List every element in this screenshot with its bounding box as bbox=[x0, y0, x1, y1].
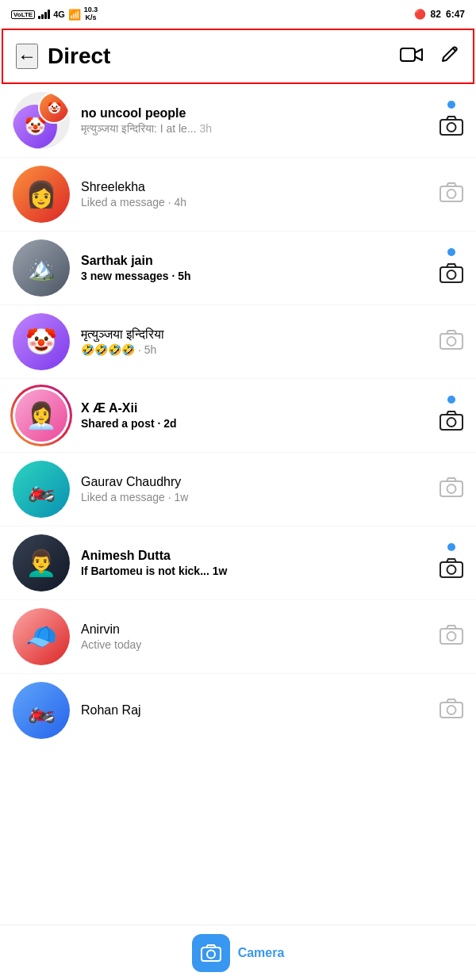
svg-point-8 bbox=[447, 337, 456, 346]
svg-rect-3 bbox=[440, 186, 463, 201]
svg-rect-9 bbox=[440, 415, 463, 430]
status-right: 🔴 82 6:47 bbox=[414, 9, 465, 20]
message-info: मृत्युञ्जया इन्दिरिया 🤣🤣🤣🤣 · 5h bbox=[81, 327, 432, 356]
svg-rect-13 bbox=[440, 562, 463, 577]
time: 6:47 bbox=[446, 9, 465, 20]
unread-indicator bbox=[447, 396, 455, 404]
list-item[interactable]: 👩 Shreelekha Liked a message · 4h bbox=[0, 158, 476, 232]
svg-point-16 bbox=[447, 632, 456, 641]
avatar: 🏍️ bbox=[13, 461, 70, 518]
svg-point-14 bbox=[447, 565, 456, 574]
avatar: 🤡 🤡 bbox=[13, 92, 70, 149]
message-preview: Liked a message · 1w bbox=[81, 491, 432, 503]
camera-icon[interactable] bbox=[440, 557, 463, 584]
list-item[interactable]: 🤡 🤡 no uncool people मृत्युञ्जया इन्दिरि… bbox=[0, 84, 476, 158]
list-item[interactable]: 👨‍🦱 Animesh Dutta If Bartomeu is not kic… bbox=[0, 526, 476, 600]
contact-name: Gaurav Chaudhry bbox=[81, 475, 432, 489]
network-type: 4G bbox=[53, 10, 65, 19]
avatar: 🏔️ bbox=[13, 239, 70, 297]
contact-name: Shreelekha bbox=[81, 180, 432, 194]
contact-name: Rohan Raj bbox=[81, 703, 432, 718]
svg-point-6 bbox=[447, 270, 456, 279]
camera-button[interactable] bbox=[192, 934, 230, 972]
camera-icon[interactable] bbox=[440, 262, 463, 289]
signal-bars bbox=[38, 10, 50, 19]
message-info: Animesh Dutta If Bartomeu is not kick...… bbox=[81, 549, 432, 577]
camera-icon[interactable] bbox=[440, 698, 463, 724]
svg-rect-1 bbox=[440, 120, 463, 135]
camera-icon[interactable] bbox=[440, 182, 463, 208]
list-item[interactable]: 🏔️ Sarthak jain 3 new messages · 5h bbox=[0, 232, 476, 305]
message-preview: 🤣🤣🤣🤣 · 5h bbox=[81, 343, 432, 356]
bottom-bar: Camera bbox=[0, 924, 476, 980]
svg-rect-0 bbox=[401, 48, 415, 61]
avatar: 🏍️ bbox=[13, 682, 70, 739]
header-icons bbox=[400, 44, 460, 70]
list-item[interactable]: 🏍️ Gaurav Chaudhry Liked a message · 1w bbox=[0, 453, 476, 526]
message-info: Rohan Raj bbox=[81, 703, 432, 718]
message-actions bbox=[440, 396, 463, 436]
contact-name: Animesh Dutta bbox=[81, 549, 432, 563]
message-preview: Active today bbox=[81, 638, 432, 651]
data-speed: 10.3K/s bbox=[84, 6, 98, 22]
avatar: 👩‍💼 bbox=[13, 387, 70, 444]
message-actions bbox=[440, 477, 463, 503]
message-actions bbox=[440, 698, 463, 724]
svg-rect-17 bbox=[440, 702, 463, 718]
header: ← Direct bbox=[2, 29, 474, 84]
message-actions bbox=[440, 543, 463, 584]
message-preview: If Bartomeu is not kick... 1w bbox=[81, 565, 432, 577]
message-preview: मृत्युञ्जया इन्दिरिया: I at le... 3h bbox=[81, 122, 432, 136]
contact-name: no uncool people bbox=[81, 106, 432, 121]
volte-badge: VoLTE bbox=[11, 10, 35, 19]
svg-rect-11 bbox=[440, 481, 463, 496]
status-bar: VoLTE 4G 📶 10.3K/s 🔴 82 6:47 bbox=[0, 0, 476, 29]
list-item[interactable]: 🏍️ Rohan Raj bbox=[0, 674, 476, 747]
camera-icon[interactable] bbox=[440, 477, 463, 503]
svg-rect-7 bbox=[440, 334, 463, 349]
message-actions bbox=[440, 248, 463, 289]
wifi-icon: 📶 bbox=[68, 9, 81, 21]
message-preview: Shared a post · 2d bbox=[81, 417, 432, 430]
page-title: Direct bbox=[48, 44, 400, 69]
video-call-button[interactable] bbox=[400, 44, 424, 69]
svg-point-10 bbox=[447, 418, 456, 427]
avatar: 🤡 bbox=[13, 313, 70, 370]
avatar: 👩 bbox=[13, 166, 70, 223]
list-item[interactable]: 🤡 मृत्युञ्जया इन्दिरिया 🤣🤣🤣🤣 · 5h bbox=[0, 305, 476, 379]
camera-icon[interactable] bbox=[440, 410, 463, 436]
svg-point-4 bbox=[447, 189, 456, 198]
message-info: Sarthak jain 3 new messages · 5h bbox=[81, 254, 432, 282]
bluetooth-icon: 🔴 bbox=[414, 9, 426, 20]
svg-rect-15 bbox=[440, 629, 463, 644]
contact-name: Anirvin bbox=[81, 622, 432, 637]
message-list: 🤡 🤡 no uncool people मृत्युञ्जया इन्दिरि… bbox=[0, 84, 476, 747]
message-info: Anirvin Active today bbox=[81, 622, 432, 651]
message-info: X Æ A-Xii Shared a post · 2d bbox=[81, 401, 432, 430]
camera-icon[interactable] bbox=[440, 624, 463, 650]
message-preview: 3 new messages · 5h bbox=[81, 270, 432, 282]
message-info: no uncool people मृत्युञ्जया इन्दिरिया: … bbox=[81, 106, 432, 136]
message-actions bbox=[440, 329, 463, 355]
svg-point-2 bbox=[447, 123, 456, 132]
camera-icon[interactable] bbox=[440, 115, 463, 141]
contact-name: Sarthak jain bbox=[81, 254, 432, 268]
message-actions bbox=[440, 182, 463, 208]
message-preview: Liked a message · 4h bbox=[81, 196, 432, 209]
list-item[interactable]: 👩‍💼 X Æ A-Xii Shared a post · 2d bbox=[0, 379, 476, 453]
unread-indicator bbox=[447, 101, 455, 109]
battery-level: 82 bbox=[431, 9, 441, 20]
unread-indicator bbox=[447, 248, 455, 256]
contact-name: X Æ A-Xii bbox=[81, 401, 432, 415]
avatar: 🧢 bbox=[13, 608, 70, 665]
message-actions bbox=[440, 624, 463, 650]
svg-point-12 bbox=[447, 484, 456, 493]
message-info: Shreelekha Liked a message · 4h bbox=[81, 180, 432, 209]
avatar: 👨‍🦱 bbox=[13, 534, 70, 591]
svg-rect-5 bbox=[440, 267, 463, 282]
camera-icon[interactable] bbox=[440, 329, 463, 355]
unread-indicator bbox=[447, 543, 455, 551]
compose-button[interactable] bbox=[440, 44, 460, 70]
back-button[interactable]: ← bbox=[16, 44, 38, 69]
list-item[interactable]: 🧢 Anirvin Active today bbox=[0, 600, 476, 674]
